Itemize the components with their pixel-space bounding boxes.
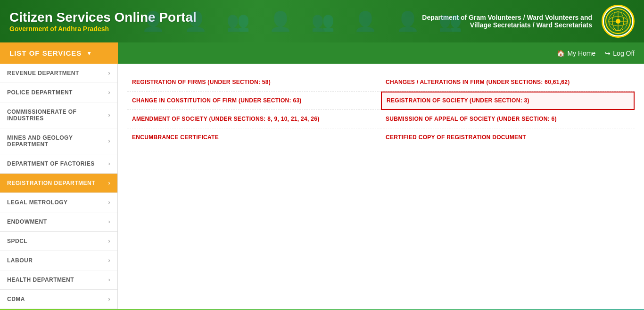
chevron-right-icon: › <box>108 89 111 96</box>
sidebar-label-health: HEALTH DEPARTMENT <box>7 276 74 283</box>
chevron-right-icon: › <box>108 180 111 186</box>
service-link-appeal-society[interactable]: SUBMISSION OF APPEAL OF SOCIETY (UNDER S… <box>381 110 635 128</box>
chevron-right-icon: › <box>108 276 111 283</box>
logo-inner <box>604 7 632 35</box>
sidebar-item-cdma[interactable]: CDMA › <box>0 290 117 309</box>
log-off-link[interactable]: ↪ Log Off <box>605 50 635 57</box>
list-services-button[interactable]: LIST OF SERVICES ▼ <box>0 42 118 64</box>
header-department: Department of Gram Volunteers / Ward Vol… <box>197 14 602 29</box>
service-link-encumbrance[interactable]: ENCUMBRANCE CERTIFICATE <box>127 128 381 146</box>
header-logo <box>602 5 635 38</box>
sidebar-item-industries[interactable]: COMMISSIONERATE OF INDUSTRIES › <box>0 102 117 128</box>
sidebar-item-mines[interactable]: MINES AND GEOLOGY DEPARTMENT › <box>0 128 117 154</box>
sidebar-item-legal[interactable]: LEGAL METROLOGY › <box>0 193 117 212</box>
my-home-label: My Home <box>567 50 595 57</box>
sidebar-label-registration: REGISTRATION DEPARTMENT <box>7 180 95 186</box>
chevron-right-icon: › <box>108 199 111 206</box>
main-content: REVENUE DEPARTMENT › POLICE DEPARTMENT ›… <box>0 64 644 309</box>
nav-right: 🏠 My Home ↪ Log Off <box>118 42 644 64</box>
sidebar-item-police[interactable]: POLICE DEPARTMENT › <box>0 83 117 102</box>
sidebar-label-endowment: ENDOWMENT <box>7 218 47 225</box>
sidebar-label-factories: DEPARTMENT OF FACTORIES <box>7 160 95 167</box>
header: 👤 👤 👥 👤 👥 👤 👤 👥 Citizen Services Online … <box>0 0 644 42</box>
sidebar-item-revenue[interactable]: REVENUE DEPARTMENT › <box>0 64 117 83</box>
sidebar-label-industries: COMMISSIONERATE OF INDUSTRIES <box>7 109 108 122</box>
service-link-amendment-society[interactable]: AMENDMENT OF SOCIETY (UNDER SECTIONS: 8,… <box>127 110 381 128</box>
service-link-certified-copy[interactable]: CERTIFIED COPY OF REGISTRATION DOCUMENT <box>381 128 635 146</box>
sidebar-label-mines: MINES AND GEOLOGY DEPARTMENT <box>7 134 108 148</box>
portal-subtitle: Government of Andhra Pradesh <box>9 25 197 33</box>
chevron-right-icon: › <box>108 160 111 167</box>
chevron-right-icon: › <box>108 238 111 244</box>
service-link-changes-firm[interactable]: CHANGES / ALTERATIONS IN FIRM (UNDER SEC… <box>381 73 635 92</box>
content-panel: REGISTRATION OF FIRMS (UNDER SECTION: 58… <box>118 64 644 309</box>
my-home-link[interactable]: 🏠 My Home <box>557 50 595 57</box>
chevron-right-icon: › <box>108 112 111 118</box>
sidebar-item-labour[interactable]: LABOUR › <box>0 251 117 270</box>
dept-line2: Village Secretariats / Ward Secretariats <box>206 21 592 29</box>
sidebar: REVENUE DEPARTMENT › POLICE DEPARTMENT ›… <box>0 64 118 309</box>
sidebar-label-cdma: CDMA <box>7 296 25 302</box>
sidebar-label-legal: LEGAL METROLOGY <box>7 199 68 206</box>
sidebar-item-factories[interactable]: DEPARTMENT OF FACTORIES › <box>0 154 117 174</box>
sidebar-item-registration[interactable]: REGISTRATION DEPARTMENT › <box>0 174 117 193</box>
chevron-right-icon: › <box>108 218 111 225</box>
service-link-reg-firms[interactable]: REGISTRATION OF FIRMS (UNDER SECTION: 58… <box>127 73 381 92</box>
dropdown-arrow-icon: ▼ <box>86 50 92 57</box>
list-services-label: LIST OF SERVICES <box>9 49 82 57</box>
sidebar-label-police: POLICE DEPARTMENT <box>7 89 73 96</box>
chevron-right-icon: › <box>108 138 111 144</box>
sidebar-label-revenue: REVENUE DEPARTMENT <box>7 70 79 76</box>
sidebar-item-endowment[interactable]: ENDOWMENT › <box>0 212 117 232</box>
service-link-reg-society[interactable]: REGISTRATION OF SOCIETY (UNDER SECTION: … <box>381 92 635 110</box>
home-icon: 🏠 <box>557 50 565 57</box>
sidebar-item-health[interactable]: HEALTH DEPARTMENT › <box>0 270 117 290</box>
sidebar-label-spdcl: SPDCL <box>7 238 27 244</box>
service-link-constitution-firm[interactable]: CHANGE IN CONSTITUTION OF FIRM (UNDER SE… <box>127 92 381 110</box>
navbar: LIST OF SERVICES ▼ 🏠 My Home ↪ Log Off <box>0 42 644 64</box>
sidebar-label-labour: LABOUR <box>7 257 33 264</box>
sidebar-item-spdcl[interactable]: SPDCL › <box>0 232 117 251</box>
logout-icon: ↪ <box>605 50 611 57</box>
chevron-right-icon: › <box>108 296 111 302</box>
header-left: Citizen Services Online Portal Governmen… <box>9 10 197 33</box>
chevron-right-icon: › <box>108 257 111 264</box>
dept-line1: Department of Gram Volunteers / Ward Vol… <box>206 14 592 21</box>
portal-title: Citizen Services Online Portal <box>9 10 197 25</box>
services-grid: REGISTRATION OF FIRMS (UNDER SECTION: 58… <box>127 73 635 146</box>
chevron-right-icon: › <box>108 70 111 76</box>
log-off-label: Log Off <box>613 50 635 57</box>
